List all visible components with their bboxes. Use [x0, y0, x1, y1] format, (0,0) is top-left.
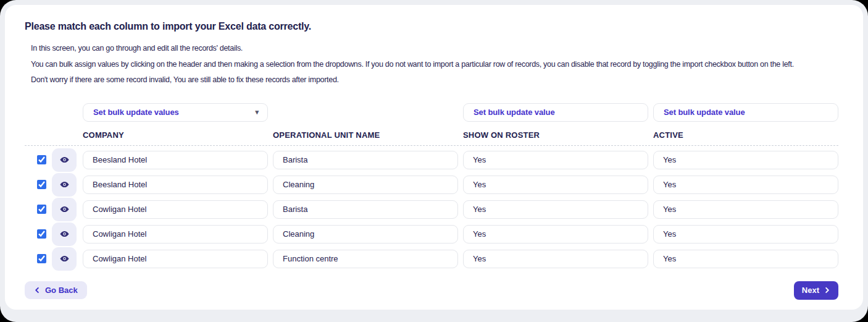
chevron-left-icon [34, 287, 41, 294]
import-checkbox[interactable] [37, 155, 46, 164]
company-input[interactable] [83, 176, 268, 194]
bulk-button-label: Set bulk update value [664, 108, 745, 117]
company-input[interactable] [83, 225, 268, 244]
import-checkbox[interactable] [37, 254, 46, 263]
operational-unit-input[interactable] [273, 225, 458, 244]
operational-unit-input[interactable] [273, 176, 458, 194]
active-input[interactable] [653, 176, 838, 194]
active-input[interactable] [653, 200, 838, 219]
preview-record-button[interactable] [52, 173, 77, 197]
next-label: Next [802, 286, 819, 295]
import-checkbox[interactable] [37, 180, 46, 189]
eye-icon [59, 155, 70, 165]
show-on-roster-input[interactable] [463, 250, 648, 268]
chevron-down-icon: ▾ [256, 109, 259, 116]
show-on-roster-input[interactable] [463, 176, 648, 194]
column-header-show-on-roster: SHOW ON ROSTER [463, 130, 648, 140]
show-on-roster-input[interactable] [463, 200, 648, 219]
bulk-button-label: Set bulk update value [474, 108, 555, 117]
records-table: Set bulk update values ▾ Set bulk update… [25, 103, 838, 271]
go-back-label: Go Back [45, 286, 78, 295]
company-input[interactable] [83, 200, 268, 219]
eye-icon [59, 253, 70, 264]
instructions: In this screen, you can go through and e… [31, 41, 838, 88]
bulk-update-button-active[interactable]: Set bulk update value [653, 103, 838, 122]
show-on-roster-input[interactable] [463, 151, 648, 169]
active-input[interactable] [653, 151, 838, 169]
bulk-update-button-show-on-roster[interactable]: Set bulk update value [463, 103, 648, 122]
import-wizard-panel: Please match each column to import your … [0, 0, 868, 322]
header-divider [25, 145, 838, 146]
active-input[interactable] [653, 225, 838, 244]
bulk-dropdown-label: Set bulk update values [93, 108, 179, 117]
instruction-line: You can bulk assign values by clicking o… [31, 57, 838, 73]
column-header-operational-unit: OPERATIONAL UNIT NAME [273, 130, 458, 140]
preview-record-button[interactable] [52, 198, 77, 221]
company-input[interactable] [83, 151, 268, 169]
page-title: Please match each column to import your … [25, 21, 838, 32]
operational-unit-input[interactable] [273, 200, 458, 219]
eye-icon [59, 204, 70, 214]
import-checkbox-cell [25, 222, 47, 247]
import-checkbox-cell [25, 247, 47, 271]
column-match-card: Please match each column to import your … [5, 5, 863, 310]
instruction-line: Don't worry if there are some record inv… [31, 72, 838, 88]
instruction-line: In this screen, you can go through and e… [31, 41, 838, 57]
chevron-right-icon [824, 287, 830, 294]
preview-record-button[interactable] [52, 247, 77, 271]
company-input[interactable] [83, 250, 268, 268]
eye-icon [59, 179, 70, 190]
preview-record-button[interactable] [52, 222, 77, 246]
operational-unit-input[interactable] [273, 151, 458, 169]
show-on-roster-input[interactable] [463, 225, 648, 244]
go-back-button[interactable]: Go Back [25, 281, 87, 299]
import-checkbox[interactable] [37, 205, 46, 214]
import-checkbox-cell [25, 197, 47, 222]
import-checkbox[interactable] [37, 229, 46, 239]
eye-icon [59, 229, 70, 239]
operational-unit-input[interactable] [273, 250, 458, 268]
active-input[interactable] [653, 250, 838, 268]
preview-record-button[interactable] [52, 148, 77, 172]
column-header-company: COMPANY [83, 130, 268, 140]
next-button[interactable]: Next [794, 281, 838, 300]
footer-actions: Go Back Next [25, 281, 838, 300]
import-checkbox-cell [25, 172, 47, 197]
bulk-update-dropdown-company[interactable]: Set bulk update values ▾ [83, 103, 268, 122]
column-header-active: ACTIVE [653, 130, 838, 140]
import-checkbox-cell [25, 148, 47, 172]
